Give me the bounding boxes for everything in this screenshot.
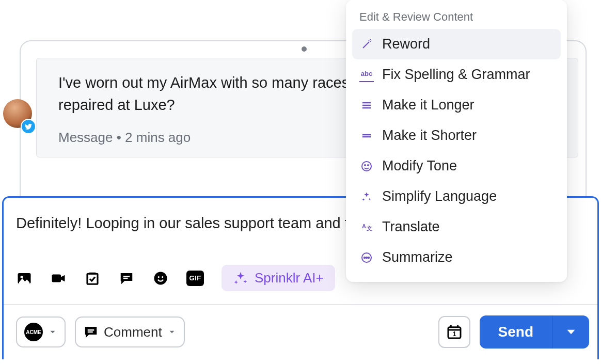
sprinklr-ai-button[interactable]: Sprinklr AI+: [222, 265, 335, 291]
summarize-icon: [359, 250, 374, 265]
wand-icon: [359, 37, 374, 52]
divider: [4, 304, 597, 305]
menu-item-tone[interactable]: Modify Tone: [352, 151, 561, 181]
menu-item-shorter[interactable]: Make it Shorter: [352, 120, 561, 151]
sparkles-icon: [233, 271, 248, 286]
lines-short-icon: [359, 129, 374, 143]
composer-toolbar: GIF Sprinklr AI+: [16, 265, 335, 291]
chevron-down-icon: [167, 327, 177, 337]
svg-rect-2: [52, 274, 61, 282]
emoji-icon[interactable]: [152, 270, 169, 287]
abc-icon: abc: [359, 68, 374, 82]
gif-icon[interactable]: GIF: [186, 271, 204, 286]
face-icon: [359, 159, 374, 173]
reply-type-label: Comment: [104, 324, 162, 340]
chat-icon[interactable]: [118, 270, 135, 287]
menu-item-translate[interactable]: A文 Translate: [352, 212, 561, 242]
svg-point-16: [364, 257, 365, 258]
sprinklr-ai-label: Sprinklr AI+: [255, 270, 324, 286]
composer-bottom-bar: ACME Comment 1: [16, 315, 589, 349]
svg-point-6: [162, 276, 163, 277]
brand-selector[interactable]: ACME: [16, 316, 66, 347]
menu-item-longer[interactable]: Make it Longer: [352, 90, 561, 120]
menu-item-summarize[interactable]: Summarize: [352, 242, 561, 273]
menu-item-label: Reword: [382, 36, 430, 52]
schedule-button[interactable]: 1: [438, 316, 470, 348]
translate-icon: A文: [359, 220, 374, 234]
menu-item-fix-spelling[interactable]: abc Fix Spelling & Grammar: [352, 59, 561, 90]
svg-point-9: [362, 162, 371, 171]
window-indicator-dot: [302, 46, 307, 52]
brand-logo-icon: ACME: [24, 323, 43, 341]
svg-point-4: [154, 272, 167, 284]
svg-point-1: [21, 276, 23, 278]
menu-item-label: Make it Shorter: [382, 128, 477, 144]
video-icon[interactable]: [50, 270, 67, 287]
comment-icon: [83, 324, 99, 340]
menu-item-label: Translate: [382, 219, 440, 235]
calendar-icon: 1: [446, 324, 463, 340]
chevron-down-icon: [48, 327, 57, 337]
sparkles-icon: [359, 189, 374, 204]
menu-item-label: Make it Longer: [382, 97, 475, 113]
lines-icon: [359, 98, 374, 113]
menu-item-label: Summarize: [382, 249, 453, 265]
menu-item-label: Modify Tone: [382, 158, 457, 174]
clipboard-check-icon[interactable]: [84, 270, 101, 287]
menu-item-reword[interactable]: Reword: [352, 29, 561, 59]
svg-point-5: [158, 276, 160, 277]
send-options-button[interactable]: [552, 315, 589, 349]
svg-text:文: 文: [366, 225, 372, 231]
send-button[interactable]: Send: [480, 315, 552, 349]
menu-item-label: Simplify Language: [382, 188, 497, 204]
twitter-badge-icon: [22, 120, 35, 133]
reply-type-selector[interactable]: Comment: [75, 316, 185, 347]
svg-point-15: [366, 257, 367, 258]
svg-text:1: 1: [452, 330, 456, 338]
image-icon[interactable]: [16, 270, 33, 287]
ai-edit-menu-header: Edit & Review Content: [352, 7, 561, 29]
svg-point-10: [365, 165, 366, 166]
send-button-group: Send: [480, 315, 589, 349]
svg-text:A: A: [362, 223, 366, 229]
svg-point-17: [368, 257, 369, 258]
ai-edit-menu: Edit & Review Content Reword abc Fix Spe…: [346, 0, 567, 282]
svg-point-11: [368, 165, 369, 166]
menu-item-label: Fix Spelling & Grammar: [382, 67, 530, 83]
caret-down-icon: [564, 325, 578, 339]
menu-item-simplify[interactable]: Simplify Language: [352, 181, 561, 212]
